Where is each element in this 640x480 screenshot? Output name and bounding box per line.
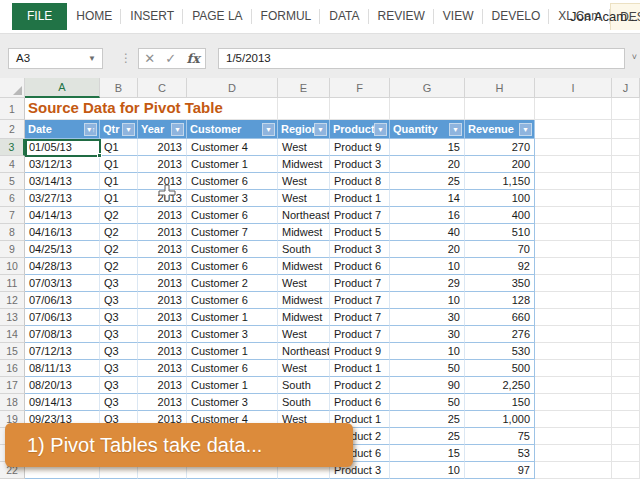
cell-F10[interactable]: Product 6 — [330, 258, 390, 275]
cell-H21[interactable]: 53 — [465, 445, 535, 462]
cell-I2[interactable] — [535, 120, 612, 139]
cell-H7[interactable]: 400 — [465, 207, 535, 224]
row-header-2[interactable]: 2 — [0, 120, 25, 139]
insert-function-icon[interactable]: fx — [187, 51, 200, 66]
cell-F7[interactable]: Product 7 — [330, 207, 390, 224]
cell-E8[interactable]: Midwest — [278, 224, 330, 241]
cell-F17[interactable]: Product 2 — [330, 377, 390, 394]
cell-G3[interactable]: 15 — [390, 139, 465, 156]
cell-C9[interactable]: 2013 — [138, 241, 187, 258]
cell-B14[interactable]: Q3 — [100, 326, 138, 343]
cell-C4[interactable]: 2013 — [138, 156, 187, 173]
cell-G7[interactable]: 16 — [390, 207, 465, 224]
row-header-4[interactable]: 4 — [0, 156, 25, 173]
cell-H8[interactable]: 510 — [465, 224, 535, 241]
cell-H5[interactable]: 1,150 — [465, 173, 535, 190]
column-header-F[interactable]: F — [330, 78, 390, 98]
cell-I12[interactable] — [535, 292, 612, 309]
cell-F8[interactable]: Product 5 — [330, 224, 390, 241]
cell-E18[interactable]: South — [278, 394, 330, 411]
cell-I19[interactable] — [535, 411, 612, 428]
cell-I8[interactable] — [535, 224, 612, 241]
cell-A7[interactable]: 04/14/13 — [25, 207, 100, 224]
cell-E3[interactable]: West — [278, 139, 330, 156]
cell-I22[interactable] — [535, 462, 612, 479]
cell-B11[interactable]: Q3 — [100, 275, 138, 292]
cell-B15[interactable]: Q3 — [100, 343, 138, 360]
sort-filter-icon-date[interactable]: ▼↑ — [84, 123, 97, 136]
cell-D6[interactable]: Customer 3 — [187, 190, 278, 207]
cell-F1[interactable] — [330, 98, 390, 120]
ribbon-tab-page-la[interactable]: PAGE LA — [183, 3, 251, 30]
row-header-8[interactable]: 8 — [0, 224, 25, 241]
cell-D12[interactable]: Customer 6 — [187, 292, 278, 309]
cell-E13[interactable]: Midwest — [278, 309, 330, 326]
column-header-C[interactable]: C — [138, 78, 187, 98]
table-header-region[interactable]: Region▼ — [278, 120, 330, 139]
column-header-A[interactable]: A — [25, 78, 100, 98]
cell-E1[interactable] — [278, 98, 330, 120]
cell-I16[interactable] — [535, 360, 612, 377]
cell-F14[interactable]: Product 7 — [330, 326, 390, 343]
cell-J4[interactable] — [612, 156, 640, 173]
column-header-I[interactable]: I — [535, 78, 612, 98]
cell-H11[interactable]: 350 — [465, 275, 535, 292]
ribbon-tab-data[interactable]: DATA — [320, 3, 368, 30]
cell-G22[interactable]: 10 — [390, 462, 465, 479]
cell-H12[interactable]: 128 — [465, 292, 535, 309]
ribbon-tab-view[interactable]: VIEW — [434, 3, 483, 30]
cell-H15[interactable]: 530 — [465, 343, 535, 360]
cell-D18[interactable]: Customer 3 — [187, 394, 278, 411]
cell-J2[interactable] — [612, 120, 640, 139]
cell-D8[interactable]: Customer 7 — [187, 224, 278, 241]
cell-C5[interactable]: 2013 — [138, 173, 187, 190]
cell-I9[interactable] — [535, 241, 612, 258]
cell-A6[interactable]: 03/27/13 — [25, 190, 100, 207]
cell-I7[interactable] — [535, 207, 612, 224]
row-header-7[interactable]: 7 — [0, 207, 25, 224]
cell-I17[interactable] — [535, 377, 612, 394]
cell-F16[interactable]: Product 1 — [330, 360, 390, 377]
column-header-G[interactable]: G — [390, 78, 465, 98]
cell-I14[interactable] — [535, 326, 612, 343]
row-header-5[interactable]: 5 — [0, 173, 25, 190]
cell-C11[interactable]: 2013 — [138, 275, 187, 292]
cancel-icon[interactable]: ✕ — [144, 51, 155, 66]
row-header-16[interactable]: 16 — [0, 360, 25, 377]
cell-J1[interactable] — [612, 98, 640, 120]
cell-J20[interactable] — [612, 428, 640, 445]
column-header-J[interactable]: J — [612, 78, 640, 98]
cell-F15[interactable]: Product 9 — [330, 343, 390, 360]
select-all-corner[interactable] — [0, 78, 25, 98]
cell-J15[interactable] — [612, 343, 640, 360]
cell-A18[interactable]: 09/14/13 — [25, 394, 100, 411]
cell-J21[interactable] — [612, 445, 640, 462]
cell-C12[interactable]: 2013 — [138, 292, 187, 309]
cell-B5[interactable]: Q1 — [100, 173, 138, 190]
ribbon-tab-home[interactable]: HOME — [67, 3, 121, 30]
cell-G4[interactable]: 20 — [390, 156, 465, 173]
filter-icon-year[interactable]: ▼ — [171, 123, 184, 136]
cell-D3[interactable]: Customer 4 — [187, 139, 278, 156]
column-header-H[interactable]: H — [465, 78, 535, 98]
row-header-13[interactable]: 13 — [0, 309, 25, 326]
filter-icon-product[interactable]: ▼ — [374, 123, 387, 136]
cell-J7[interactable] — [612, 207, 640, 224]
cell-E16[interactable]: West — [278, 360, 330, 377]
formula-bar-expand-icon[interactable]: ˅ — [632, 52, 637, 62]
cell-E15[interactable]: Northeast — [278, 343, 330, 360]
cell-D16[interactable]: Customer 6 — [187, 360, 278, 377]
cell-I3[interactable] — [535, 139, 612, 156]
cell-B7[interactable]: Q2 — [100, 207, 138, 224]
cell-H6[interactable]: 100 — [465, 190, 535, 207]
cell-A15[interactable]: 07/12/13 — [25, 343, 100, 360]
row-header-11[interactable]: 11 — [0, 275, 25, 292]
cell-G11[interactable]: 29 — [390, 275, 465, 292]
cell-H3[interactable]: 270 — [465, 139, 535, 156]
cell-B3[interactable]: Q1 — [100, 139, 138, 156]
cell-A9[interactable]: 04/25/13 — [25, 241, 100, 258]
cell-I18[interactable] — [535, 394, 612, 411]
filter-icon-qtr[interactable]: ▼ — [122, 123, 135, 136]
row-header-6[interactable]: 6 — [0, 190, 25, 207]
cell-C17[interactable]: 2013 — [138, 377, 187, 394]
